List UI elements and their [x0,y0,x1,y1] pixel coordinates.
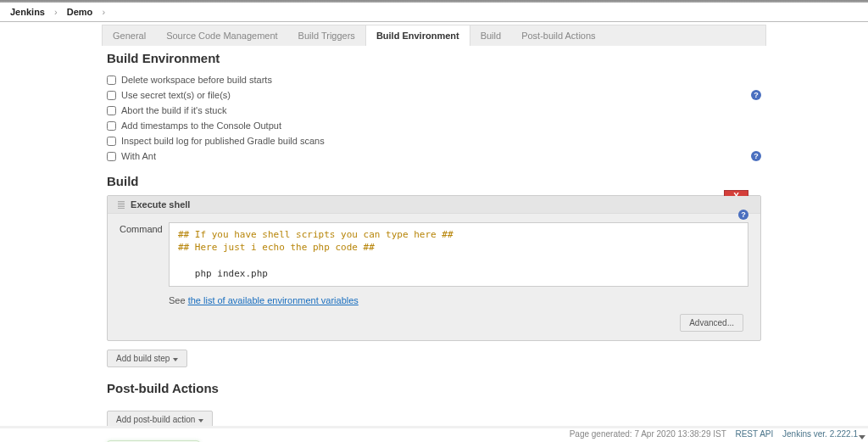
checkbox-secret-text[interactable] [107,91,116,100]
jenkins-version-link[interactable]: Jenkins ver. 2.222.1 [782,429,858,439]
breadcrumb: Jenkins › Demo › [0,3,868,22]
checkbox-gradle-scans[interactable] [107,137,116,146]
section-title-build-env: Build Environment [107,51,761,65]
label-gradle-scans: Inspect build log for published Gradle b… [121,136,325,146]
drag-handle-icon[interactable] [118,201,125,210]
checkbox-abort-stuck[interactable] [107,106,116,115]
see-text: See [169,295,188,305]
section-title-build: Build [107,174,761,188]
opt-with-ant[interactable]: With Ant ? [107,148,761,164]
page-footer: Page generated: 7 Apr 2020 13:38:29 IST … [570,426,858,442]
opt-delete-workspace[interactable]: Delete workspace before build starts [107,72,761,87]
add-build-step-button[interactable]: Add build step [107,350,187,367]
tab-build-triggers[interactable]: Build Triggers [288,25,365,46]
command-label: Command [120,222,162,234]
tab-build-environment[interactable]: Build Environment [365,25,470,46]
env-vars-link[interactable]: the list of available environment variab… [188,295,359,305]
checkbox-with-ant[interactable] [107,152,116,161]
label-with-ant: With Ant [121,151,156,161]
footer-generated: Page generated: 7 Apr 2020 13:38:29 IST [570,429,726,439]
help-icon[interactable]: ? [751,90,761,100]
chevron-down-icon [198,419,203,422]
section-title-post-build: Post-build Actions [107,381,761,395]
opt-abort-stuck[interactable]: Abort the build if it's stuck [107,103,761,118]
tab-scm[interactable]: Source Code Management [156,25,287,46]
tab-post-build[interactable]: Post-build Actions [511,25,605,46]
chevron-right-icon: › [54,7,58,17]
checkbox-timestamps[interactable] [107,121,116,131]
tab-general[interactable]: General [103,25,156,46]
help-icon[interactable]: ? [738,210,748,220]
checkbox-delete-workspace[interactable] [107,76,116,85]
advanced-button[interactable]: Advanced... [680,314,743,332]
config-tabs: General Source Code Management Build Tri… [102,25,766,46]
help-icon[interactable]: ? [751,151,761,161]
chevron-right-icon: › [102,7,105,17]
build-step-execute-shell: X Execute shell ? Command ## If you have… [107,195,761,341]
opt-timestamps[interactable]: Add timestamps to the Console Output [107,118,761,133]
build-step-title: Execute shell [131,199,190,210]
chevron-down-icon [173,358,178,361]
build-step-header[interactable]: Execute shell [108,196,760,214]
opt-gradle-scans[interactable]: Inspect build log for published Gradle b… [107,133,761,148]
label-abort-stuck: Abort the build if it's stuck [121,105,226,115]
breadcrumb-jenkins[interactable]: Jenkins [10,7,45,17]
scroll-down-icon[interactable] [859,435,865,439]
label-delete-workspace: Delete workspace before build starts [121,75,272,85]
tab-build[interactable]: Build [470,25,511,46]
breadcrumb-demo[interactable]: Demo [67,7,93,17]
opt-secret-text[interactable]: Use secret text(s) or file(s) ? [107,87,761,103]
label-timestamps: Add timestamps to the Console Output [121,120,281,131]
rest-api-link[interactable]: REST API [735,429,773,439]
label-secret-text: Use secret text(s) or file(s) [121,90,231,100]
command-textarea[interactable]: ## If you have shell scripts you can typ… [169,222,748,287]
